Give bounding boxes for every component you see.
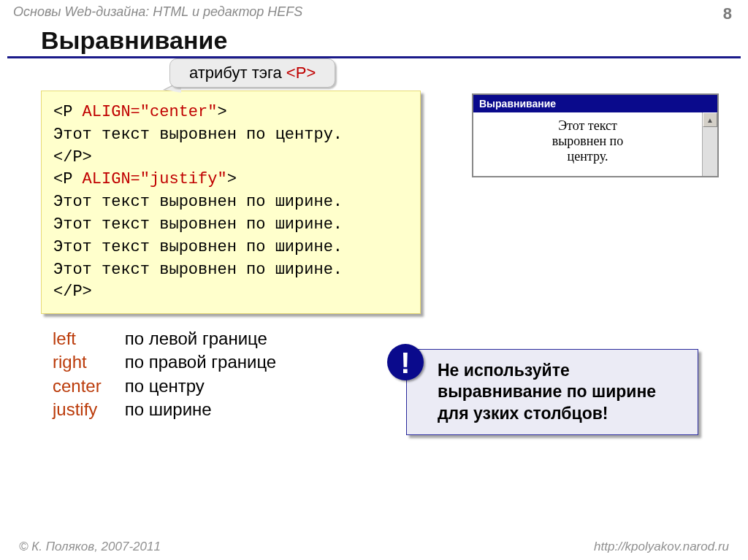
callout-text: атрибут тэга xyxy=(189,64,286,82)
result-line: выровнен по xyxy=(482,134,693,149)
slide: Основы Web-дизайна: HTML и редактор HEFS… xyxy=(0,0,748,560)
window-body: Этот текст выровнен по центру. ▲ xyxy=(473,112,717,176)
page-number: 8 xyxy=(723,4,732,23)
scrollbar-vertical[interactable]: ▲ xyxy=(702,112,717,176)
code-line: <P ALIGN="justify"> xyxy=(53,169,408,191)
result-line: Этот текст xyxy=(482,118,693,134)
list-item: justify по ширине xyxy=(53,398,276,421)
rendered-content: Этот текст выровнен по центру. xyxy=(473,112,702,176)
copyright: © К. Поляков, 2007-2011 xyxy=(19,540,161,554)
code-line: <P ALIGN="center"> xyxy=(53,101,408,124)
code-line: Этот текст выровнен по ширине. xyxy=(53,214,408,237)
code-text: <P xyxy=(53,103,83,121)
result-line: центру. xyxy=(482,149,693,164)
code-example-box: <P ALIGN="center"> Этот текст выровнен п… xyxy=(41,91,421,314)
align-desc: по левой границе xyxy=(125,329,267,348)
code-line: Этот текст выровнен по ширине. xyxy=(53,191,408,214)
code-line: </P> xyxy=(53,147,408,169)
callout-attribute-hint: атрибут тэга <P> xyxy=(169,58,335,88)
subject-line: Основы Web-дизайна: HTML и редактор HEFS xyxy=(13,4,302,20)
align-values-list: left по левой границе right по правой гр… xyxy=(53,327,276,422)
align-desc: по ширине xyxy=(125,399,212,419)
code-line: Этот текст выровнен по ширине. xyxy=(53,237,408,259)
align-desc: по правой границе xyxy=(125,352,277,372)
code-attr: ALIGN="center" xyxy=(83,103,218,121)
slide-title: Выравнивание xyxy=(41,26,748,55)
scroll-track[interactable] xyxy=(703,127,717,176)
list-item: center по центру xyxy=(53,375,276,398)
title-underline xyxy=(7,56,741,58)
code-line: Этот текст выровнен по ширине. xyxy=(53,259,408,282)
callout-tag: <P> xyxy=(286,64,316,82)
code-attr: ALIGN="justify" xyxy=(83,170,227,188)
slide-footer: © К. Поляков, 2007-2011 http://kpolyakov… xyxy=(0,540,748,554)
code-text: > xyxy=(217,103,226,121)
code-text: > xyxy=(227,170,237,188)
browser-result-window: Выравнивание Этот текст выровнен по цент… xyxy=(472,93,719,177)
code-line: </P> xyxy=(53,281,408,304)
list-item: right по правой границе xyxy=(53,350,276,374)
code-text: <P xyxy=(53,170,83,188)
align-desc: по центру xyxy=(125,376,205,396)
align-keyword: left xyxy=(53,327,120,350)
code-line: Этот текст выровнен по центру. xyxy=(53,124,408,147)
warning-icon: ! xyxy=(387,344,424,380)
slide-header: Основы Web-дизайна: HTML и редактор HEFS… xyxy=(0,0,748,23)
window-titlebar: Выравнивание xyxy=(473,95,717,112)
list-item: left по левой границе xyxy=(53,327,276,350)
footer-url: http://kpolyakov.narod.ru xyxy=(594,540,729,554)
scroll-up-button[interactable]: ▲ xyxy=(703,112,717,127)
warning-box: Не используйте выравнивание по ширине дл… xyxy=(406,349,698,435)
align-keyword: right xyxy=(53,350,120,374)
align-keyword: justify xyxy=(53,398,120,421)
align-keyword: center xyxy=(53,375,120,398)
